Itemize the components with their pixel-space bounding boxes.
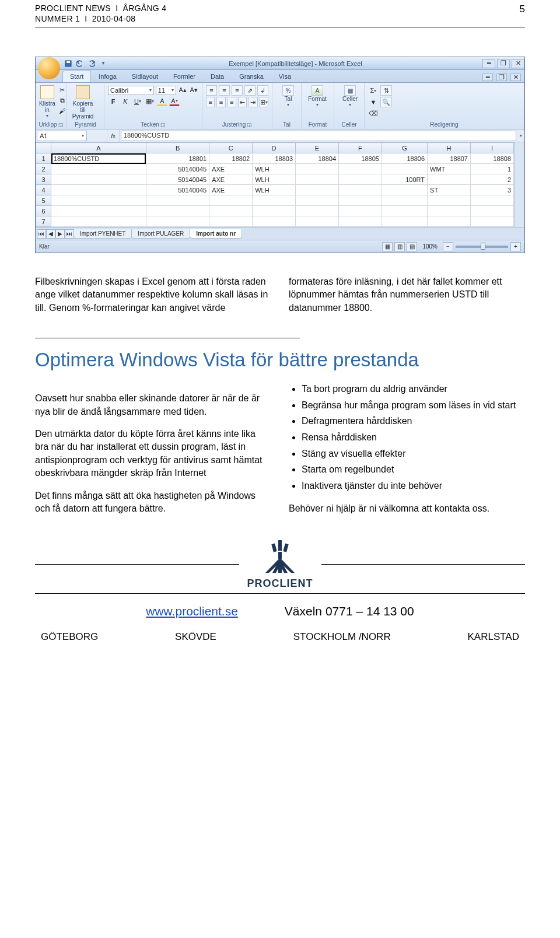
italic-button[interactable]: K (120, 96, 131, 106)
col-header[interactable]: C (209, 143, 253, 153)
row-header[interactable]: 6 (36, 206, 51, 216)
cell[interactable]: 50140045 (146, 185, 209, 195)
cell[interactable] (428, 195, 471, 206)
orientation-button[interactable]: ⇗ (244, 85, 256, 96)
cell[interactable]: 1 (470, 164, 513, 174)
cell[interactable] (51, 185, 146, 195)
copy-to-pyramid-button[interactable]: Kopiera till Pyramid (71, 85, 95, 120)
cell[interactable] (428, 174, 471, 185)
cell[interactable]: 18805 (339, 153, 382, 164)
mdi-minimize-button[interactable]: ━ (482, 74, 493, 81)
cell[interactable] (296, 174, 339, 185)
minimize-button[interactable]: ━ (482, 59, 495, 68)
increase-indent-button[interactable]: ⇥ (249, 97, 257, 107)
cell[interactable]: 18808 (470, 153, 513, 164)
sort-filter-button[interactable]: ⇅ (380, 85, 392, 96)
copy-icon[interactable]: ⧉ (58, 96, 67, 105)
tab-visa[interactable]: Visa (271, 71, 299, 82)
row-header[interactable]: 5 (36, 195, 51, 206)
cell[interactable]: AXE (209, 164, 253, 174)
underline-button[interactable]: U▾ (132, 96, 143, 106)
cell[interactable] (382, 216, 427, 227)
cell[interactable] (146, 206, 209, 216)
shrink-font-button[interactable]: A▾ (189, 85, 198, 95)
align-center-button[interactable]: ≡ (216, 97, 225, 107)
wrap-text-button[interactable]: ↲ (257, 85, 268, 96)
cell[interactable] (51, 164, 146, 174)
zoom-out-button[interactable]: − (443, 242, 453, 251)
cell[interactable]: 2 (470, 174, 513, 185)
mdi-restore-button[interactable]: ❐ (496, 74, 507, 81)
cell[interactable] (209, 206, 253, 216)
cell[interactable] (428, 206, 471, 216)
cell[interactable]: AXE (209, 185, 253, 195)
tab-granska[interactable]: Granska (232, 71, 271, 82)
cell[interactable] (470, 195, 513, 206)
cell[interactable]: WLH (253, 174, 296, 185)
zoom-in-button[interactable]: + (510, 242, 521, 251)
cell[interactable]: ST (428, 185, 471, 195)
worksheet-grid[interactable]: ABCDEFGHI118800%CUSTD1880118802188031880… (36, 142, 524, 227)
cell[interactable] (296, 206, 339, 216)
cell[interactable] (382, 164, 427, 174)
fill-button[interactable]: ▼ (368, 97, 379, 107)
cell[interactable] (146, 195, 209, 206)
view-pagebreak-button[interactable]: ▤ (407, 242, 417, 251)
find-select-button[interactable]: 🔍 (380, 97, 392, 107)
col-header[interactable]: B (146, 143, 209, 153)
row-header[interactable]: 1 (36, 153, 51, 164)
cell[interactable]: 18806 (382, 153, 427, 164)
tab-sidlayout[interactable]: Sidlayout (124, 71, 166, 82)
expand-formula-icon[interactable]: ▾ (517, 133, 524, 138)
celler-button[interactable]: ▦ Celler▾ (338, 85, 362, 107)
cell[interactable] (382, 185, 427, 195)
tab-infoga[interactable]: Infoga (91, 71, 124, 82)
cell[interactable]: 18801 (146, 153, 209, 164)
font-select[interactable]: Calibri▾ (108, 86, 154, 95)
align-top-button[interactable]: ≡ (206, 85, 217, 96)
cell[interactable]: 18804 (296, 153, 339, 164)
footer-url[interactable]: www.proclient.se (146, 604, 238, 618)
align-left-button[interactable]: ≡ (206, 97, 215, 107)
cell[interactable] (296, 216, 339, 227)
redo-icon[interactable] (87, 59, 96, 68)
cell[interactable]: WLH (253, 185, 296, 195)
cell[interactable] (339, 185, 382, 195)
font-size-select[interactable]: 11▾ (156, 86, 177, 95)
cell[interactable] (51, 216, 146, 227)
cell[interactable] (51, 195, 146, 206)
cell[interactable] (253, 216, 296, 227)
cell[interactable] (470, 216, 513, 227)
cell[interactable] (51, 206, 146, 216)
undo-icon[interactable] (75, 59, 85, 68)
restore-button[interactable]: ❐ (497, 59, 510, 68)
cell[interactable] (296, 185, 339, 195)
cell[interactable] (339, 164, 382, 174)
decrease-indent-button[interactable]: ⇤ (238, 97, 247, 107)
cell[interactable] (146, 216, 209, 227)
cell[interactable] (470, 206, 513, 216)
fx-icon[interactable]: fx (107, 130, 120, 142)
zoom-slider[interactable] (456, 246, 508, 248)
cell[interactable] (209, 195, 253, 206)
align-bottom-button[interactable]: ≡ (232, 85, 243, 96)
qat-more-icon[interactable]: ▼ (99, 59, 108, 68)
bold-button[interactable]: F (108, 96, 118, 106)
mdi-close-button[interactable]: ✕ (510, 74, 521, 81)
sheet-nav-first-icon[interactable]: ⏮ (37, 229, 46, 239)
cell[interactable]: 100RT (382, 174, 427, 185)
name-box[interactable]: A1▾ (37, 131, 87, 141)
cell[interactable] (253, 206, 296, 216)
vertical-scrollbar[interactable] (514, 142, 524, 227)
sheet-nav-prev-icon[interactable]: ◀ (46, 229, 55, 239)
sheet-nav-last-icon[interactable]: ⏭ (65, 229, 74, 239)
formula-bar[interactable]: 18800%CUSTD (121, 131, 516, 141)
font-color-button[interactable]: A▾ (169, 96, 180, 106)
cell[interactable]: 50140045 (146, 174, 209, 185)
office-button[interactable] (38, 57, 60, 79)
view-layout-button[interactable]: ▥ (394, 242, 405, 251)
cell[interactable] (339, 174, 382, 185)
col-header[interactable]: I (470, 143, 513, 153)
align-middle-button[interactable]: ≡ (219, 85, 230, 96)
cell[interactable]: AXE (209, 174, 253, 185)
